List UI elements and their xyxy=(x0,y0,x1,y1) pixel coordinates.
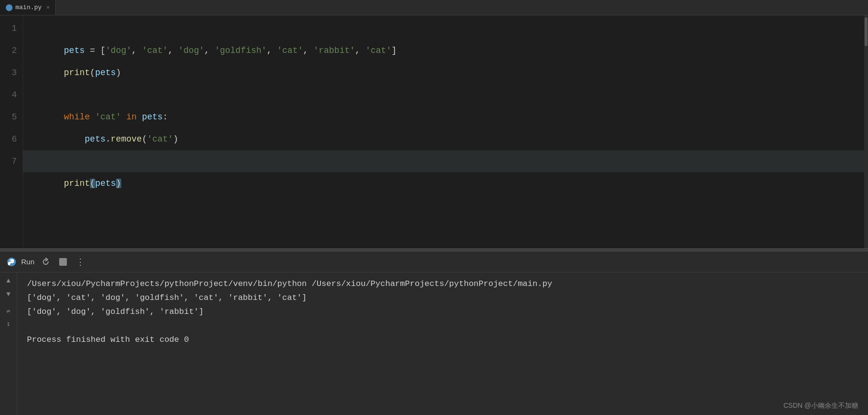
scroll-up-icon[interactable]: ▲ xyxy=(6,277,10,284)
wrap-lines-icon[interactable]: ⇌ xyxy=(7,308,11,314)
end-icon[interactable]: ↧ xyxy=(7,321,11,327)
code-line-7: print(pets) xyxy=(23,150,864,172)
line-number-1: 1 xyxy=(4,17,17,39)
run-sidebar: ▲ ▼ ⇌ ↧ xyxy=(0,272,17,415)
stop-icon xyxy=(59,258,67,266)
rerun-icon xyxy=(41,258,50,266)
tab-filename: main.py xyxy=(15,4,42,11)
python-icon xyxy=(6,4,13,11)
line-number-4: 4 xyxy=(4,84,17,106)
tab-bar: main.py × xyxy=(0,0,868,15)
scrollbar-thumb xyxy=(865,17,868,46)
run-label: Run xyxy=(21,258,35,266)
editor-scrollbar[interactable] xyxy=(864,15,868,248)
code-line-6 xyxy=(23,128,864,150)
watermark: CSDN @小幽余生不加糖 xyxy=(783,402,858,410)
svg-point-1 xyxy=(10,260,11,261)
code-line-1: pets = ['dog', 'cat', 'dog', 'goldfish',… xyxy=(23,17,864,39)
run-python-icon xyxy=(7,257,16,267)
line-number-5: 5 xyxy=(4,106,17,128)
line-number-7: 7 xyxy=(4,150,17,172)
run-toolbar: Run ⋮ xyxy=(0,251,868,272)
code-line-2: print(pets) xyxy=(23,39,864,62)
tab-close-icon[interactable]: × xyxy=(47,5,50,11)
editor-area: 1 2 3 4 5 6 7 pets = ['dog', 'cat', 'dog… xyxy=(0,15,868,248)
run-output-wrapper: ▲ ▼ ⇌ ↧ /Users/xiou/PycharmProjects/pyth… xyxy=(0,272,868,415)
output-line-3: ['dog', 'dog', 'goldfish', 'rabbit'] xyxy=(27,305,858,319)
scroll-down-icon[interactable]: ▼ xyxy=(6,291,10,298)
run-panel: Run ⋮ ▲ ▼ ⇌ ↧ /Users/xiou/PycharmProject… xyxy=(0,251,868,415)
stop-button[interactable] xyxy=(57,256,69,268)
tab-main-py[interactable]: main.py × xyxy=(0,0,56,15)
output-line-5: Process finished with exit code 0 xyxy=(27,333,858,347)
run-output: /Users/xiou/PycharmProjects/pythonProjec… xyxy=(17,272,868,415)
code-line-3 xyxy=(23,62,864,84)
output-line-2: ['dog', 'cat', 'dog', 'goldfish', 'cat',… xyxy=(27,291,858,305)
line-number-6: 6 xyxy=(4,128,17,150)
code-line-5: pets.remove('cat') xyxy=(23,106,864,128)
code-editor[interactable]: pets = ['dog', 'cat', 'dog', 'goldfish',… xyxy=(23,15,864,248)
output-line-1: /Users/xiou/PycharmProjects/pythonProjec… xyxy=(27,277,858,291)
code-line-4: while 'cat' in pets: xyxy=(23,84,864,106)
line-numbers: 1 2 3 4 5 6 7 xyxy=(0,15,23,248)
line-number-2: 2 xyxy=(4,39,17,62)
line-number-3: 3 xyxy=(4,62,17,84)
output-line-4 xyxy=(27,319,858,333)
more-options-button[interactable]: ⋮ xyxy=(74,256,87,268)
rerun-button[interactable] xyxy=(39,256,52,268)
